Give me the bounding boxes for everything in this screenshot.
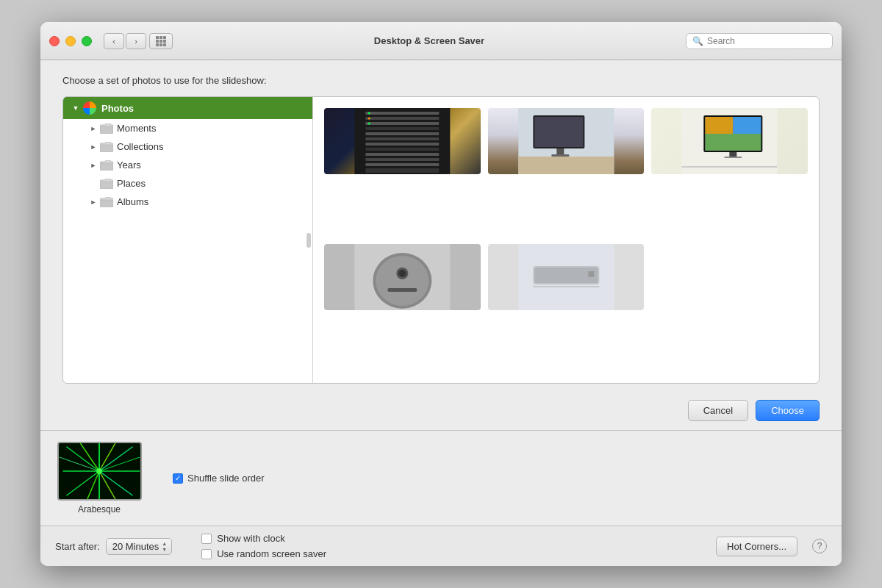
photos-icon	[82, 101, 97, 115]
svg-rect-25	[556, 148, 564, 154]
dropdown-arrows-icon: ▲ ▼	[162, 541, 167, 552]
start-after-label: Start after:	[55, 541, 100, 552]
checkboxes-group: Show with clock Use random screen saver	[187, 533, 701, 559]
bottom-content: Arabesque ✓ Shuffle slide order	[40, 431, 842, 526]
svg-point-20	[368, 118, 370, 120]
sidebar-item-photos-label: Photos	[101, 103, 134, 114]
start-after-group: Start after: 20 Minutes ▲ ▼	[55, 538, 172, 555]
svg-rect-34	[730, 152, 737, 157]
search-input[interactable]	[707, 36, 817, 46]
search-icon: 🔍	[692, 36, 703, 46]
svg-rect-31	[706, 117, 734, 134]
photo-thumb-4[interactable]	[324, 244, 481, 310]
show-with-clock-label: Show with clock	[217, 533, 284, 544]
shuffle-label: Shuffle slide order	[187, 473, 265, 484]
preview-label: Arabesque	[78, 504, 121, 514]
dialog-area: Choose a set of photos to use for the sl…	[40, 60, 842, 391]
svg-rect-12	[365, 137, 439, 140]
svg-rect-8	[365, 117, 439, 120]
window-title: Desktop & Screen Saver	[173, 35, 686, 46]
svg-rect-18	[365, 168, 439, 173]
titlebar: ‹ › Desktop & Screen Saver 🔍	[40, 22, 842, 60]
main-window: ‹ › Desktop & Screen Saver 🔍 Choose a se…	[40, 22, 842, 566]
maximize-button[interactable]	[82, 36, 92, 46]
photo-thumb-3[interactable]	[651, 108, 808, 174]
expand-arrow-moments: ►	[88, 123, 98, 134]
show-with-clock-row: Show with clock	[201, 533, 701, 544]
sidebar-item-places[interactable]: Places	[63, 174, 312, 193]
svg-rect-14	[365, 148, 439, 151]
svg-point-41	[398, 270, 406, 277]
sidebar-item-years-label: Years	[117, 159, 141, 171]
folder-icon-collections	[100, 142, 113, 152]
main-content: Choose a set of photos to use for the sl…	[40, 60, 842, 566]
folder-icon-moments	[100, 123, 113, 134]
preview-thumbnail[interactable]	[57, 442, 142, 501]
svg-rect-13	[365, 143, 439, 146]
close-button[interactable]	[49, 36, 60, 46]
grid-button[interactable]	[149, 33, 173, 49]
svg-point-63	[96, 468, 102, 474]
use-random-row: Use random screen saver	[201, 548, 701, 559]
search-box[interactable]: 🔍	[686, 33, 833, 49]
svg-rect-9	[365, 122, 439, 125]
shuffle-checkbox[interactable]: ✓	[173, 473, 183, 484]
svg-rect-33	[706, 134, 761, 151]
svg-rect-17	[365, 163, 439, 166]
bottom-bar: Start after: 20 Minutes ▲ ▼ Show with cl…	[40, 526, 842, 566]
start-after-dropdown[interactable]: 20 Minutes ▲ ▼	[106, 538, 173, 555]
sidebar-item-albums[interactable]: ► Albums	[63, 193, 312, 211]
help-button[interactable]: ?	[812, 539, 827, 553]
scrollbar-thumb[interactable]	[306, 233, 311, 248]
svg-rect-16	[365, 158, 439, 161]
buttons-row: Cancel Choose	[40, 391, 842, 430]
folder-icon-albums	[100, 197, 113, 207]
expand-arrow-photos: ▼	[71, 103, 81, 113]
folder-icon-years	[100, 160, 113, 171]
svg-rect-32	[734, 117, 761, 134]
sidebar-item-collections[interactable]: ► Collections	[63, 137, 312, 156]
photo-thumb-5[interactable]	[488, 244, 645, 310]
svg-rect-35	[725, 157, 742, 158]
choose-button[interactable]: Choose	[756, 400, 820, 421]
minimize-button[interactable]	[65, 36, 76, 46]
show-with-clock-checkbox[interactable]	[201, 534, 212, 544]
sidebar-item-photos[interactable]: ▼ Photos	[63, 97, 312, 119]
sidebar-item-albums-label: Albums	[117, 196, 148, 207]
svg-rect-46	[588, 271, 594, 277]
photo-thumb-1[interactable]	[324, 108, 481, 174]
hot-corners-button[interactable]: Hot Corners...	[716, 537, 797, 556]
arrow-down-icon: ▼	[162, 547, 167, 552]
expand-arrow-years: ►	[88, 160, 98, 171]
forward-button[interactable]: ›	[126, 33, 146, 49]
nav-buttons: ‹ ›	[104, 33, 146, 49]
traffic-lights	[49, 36, 92, 46]
svg-rect-7	[365, 112, 439, 115]
use-random-checkbox[interactable]	[201, 549, 212, 559]
svg-rect-11	[365, 132, 439, 135]
svg-point-21	[368, 123, 370, 125]
photo-grid	[313, 97, 819, 383]
bottom-panel: Arabesque ✓ Shuffle slide order Start af…	[40, 430, 842, 566]
options-area: ✓ Shuffle slide order	[143, 473, 827, 484]
grid-icon	[156, 36, 166, 46]
sidebar-item-collections-label: Collections	[117, 141, 164, 152]
svg-rect-15	[365, 153, 439, 156]
sidebar-item-moments-label: Moments	[117, 123, 156, 134]
svg-rect-42	[387, 288, 417, 292]
svg-rect-27	[518, 157, 614, 174]
shuffle-row: ✓ Shuffle slide order	[173, 473, 265, 484]
sidebar: ▼ Photos ►	[63, 97, 313, 383]
back-button[interactable]: ‹	[104, 33, 124, 49]
svg-point-39	[376, 256, 429, 306]
sidebar-item-years[interactable]: ► Years	[63, 156, 312, 174]
arrow-up-icon: ▲	[162, 541, 167, 546]
dialog-title: Choose a set of photos to use for the sl…	[62, 75, 820, 86]
photo-thumb-2[interactable]	[488, 108, 645, 174]
svg-rect-24	[534, 117, 583, 147]
expand-arrow-albums: ►	[88, 197, 98, 207]
cancel-button[interactable]: Cancel	[688, 400, 748, 421]
sidebar-item-moments[interactable]: ► Moments	[63, 119, 312, 137]
dialog-body: ▼ Photos ►	[62, 96, 820, 384]
folder-icon-places	[100, 179, 113, 189]
